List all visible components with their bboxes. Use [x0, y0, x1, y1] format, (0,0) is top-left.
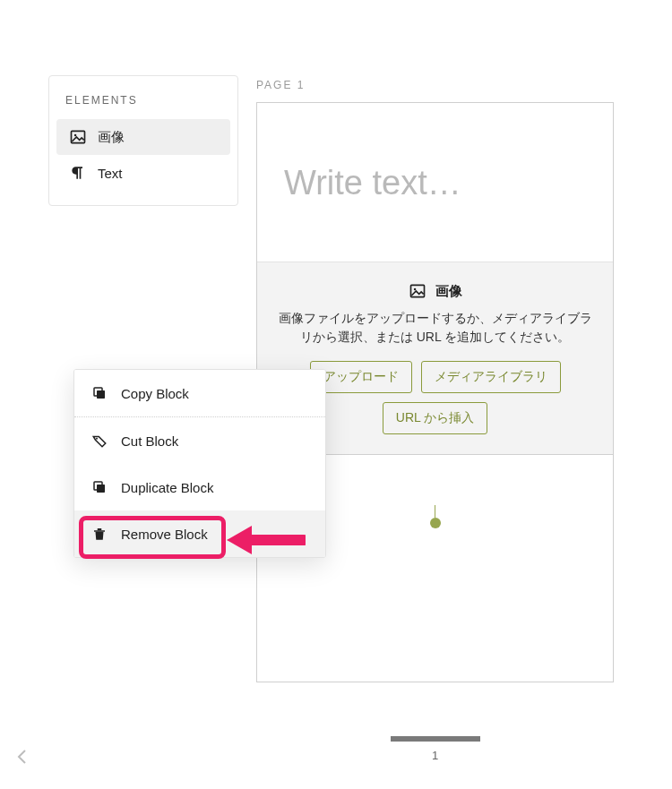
elements-panel: ELEMENTS 画像 Text: [48, 75, 238, 206]
menu-item-label: Duplicate Block: [121, 480, 213, 495]
menu-item-duplicate-block[interactable]: Duplicate Block: [74, 464, 325, 510]
sidebar-item-image[interactable]: 画像: [56, 119, 230, 155]
menu-item-cut-block[interactable]: Cut Block: [74, 417, 325, 464]
pager-thumb[interactable]: [391, 736, 480, 742]
from-url-button[interactable]: URL から挿入: [383, 402, 487, 434]
duplicate-icon: [90, 478, 108, 496]
image-block-description: 画像ファイルをアップロードするか、メディアライブラリから選択、または URL を…: [271, 309, 599, 347]
pager-current: 1: [432, 749, 438, 762]
image-icon: [69, 128, 87, 146]
image-block-title: 画像: [435, 283, 462, 300]
sidebar-item-label: 画像: [98, 129, 125, 146]
sidebar-item-label: Text: [98, 166, 123, 181]
text-placeholder[interactable]: Write text…: [284, 164, 461, 202]
pager: 1: [256, 736, 614, 762]
media-library-button[interactable]: メディアライブラリ: [421, 361, 561, 393]
image-icon: [409, 282, 426, 300]
svg-point-3: [413, 288, 416, 291]
svg-rect-4: [97, 390, 105, 399]
sidebar-item-text[interactable]: Text: [56, 155, 230, 191]
prev-page-button[interactable]: [16, 749, 29, 765]
svg-rect-7: [97, 485, 105, 493]
elements-panel-title: ELEMENTS: [49, 76, 237, 119]
paragraph-icon: [69, 164, 87, 182]
block-context-menu: Copy Block Cut Block Duplicate Block: [73, 369, 326, 558]
add-dot-icon: [430, 518, 441, 528]
trash-icon: [90, 525, 108, 543]
tag-icon: [90, 432, 108, 450]
image-block-header: 画像: [271, 282, 599, 300]
copy-icon: [90, 384, 108, 402]
menu-item-label: Remove Block: [121, 527, 208, 542]
page-header-label: PAGE 1: [256, 79, 305, 91]
menu-item-copy-block[interactable]: Copy Block: [74, 370, 325, 417]
svg-point-1: [74, 134, 77, 137]
menu-item-label: Cut Block: [121, 433, 178, 449]
svg-point-6: [96, 438, 98, 440]
menu-item-label: Copy Block: [121, 386, 189, 401]
menu-item-remove-block[interactable]: Remove Block: [74, 510, 325, 557]
